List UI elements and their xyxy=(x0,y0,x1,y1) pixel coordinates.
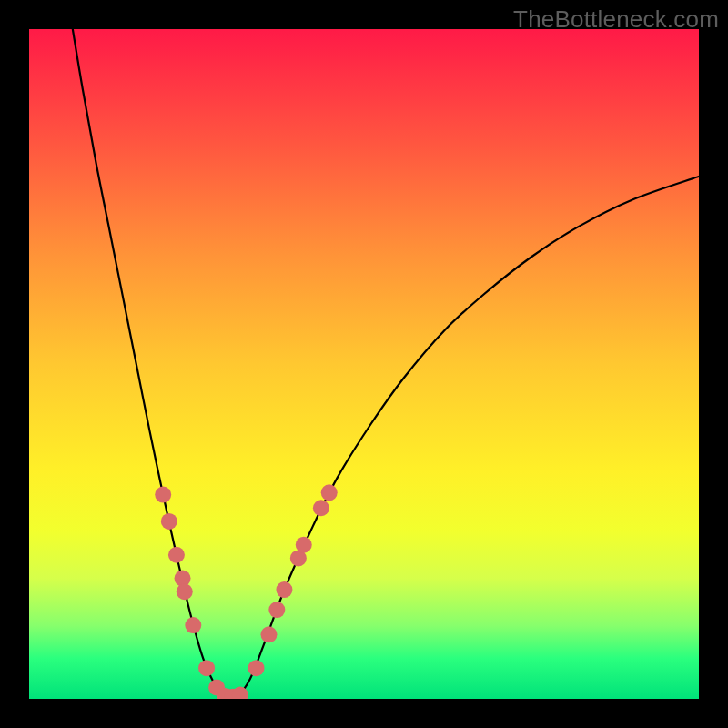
curve-markers xyxy=(155,484,338,699)
marker-dot xyxy=(232,687,248,699)
marker-dot xyxy=(168,547,185,563)
curve-svg xyxy=(29,29,699,699)
marker-dot xyxy=(276,581,292,598)
chart-frame: TheBottleneck.com xyxy=(0,0,728,728)
marker-dot xyxy=(260,626,277,642)
watermark-text: TheBottleneck.com xyxy=(513,5,719,34)
marker-dot xyxy=(161,513,177,530)
marker-dot xyxy=(198,660,215,676)
marker-dot xyxy=(321,484,338,500)
bottleneck-curve xyxy=(73,29,699,699)
marker-dot xyxy=(248,660,265,676)
marker-dot xyxy=(185,617,201,633)
plot-area xyxy=(29,29,699,699)
marker-dot xyxy=(268,602,285,618)
marker-dot xyxy=(177,583,193,600)
marker-dot xyxy=(296,537,312,553)
marker-dot xyxy=(155,487,171,503)
marker-dot xyxy=(313,500,329,516)
